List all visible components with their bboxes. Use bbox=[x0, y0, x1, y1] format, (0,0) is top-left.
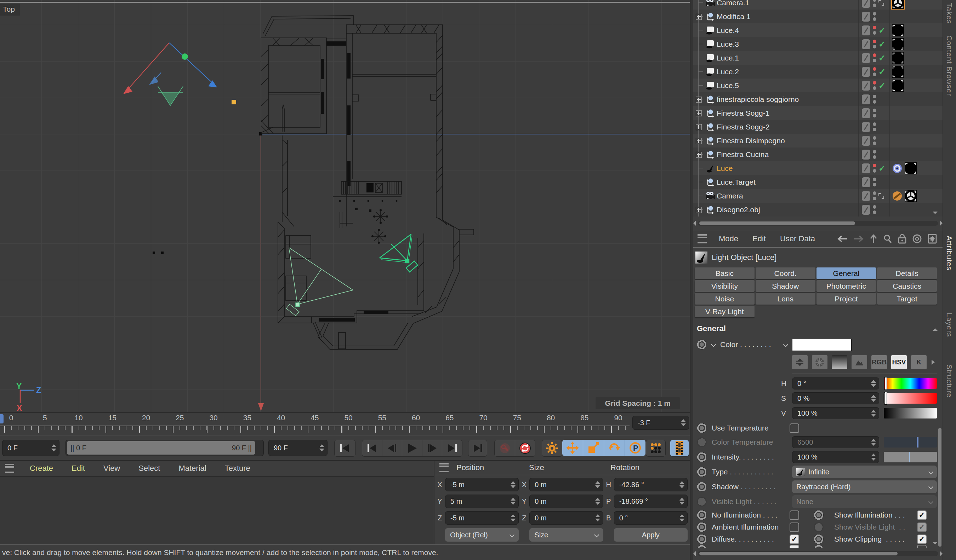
light-texture-thumbnail[interactable] bbox=[905, 162, 917, 174]
attribute-tab[interactable]: Target bbox=[877, 293, 937, 304]
object-row[interactable]: Luce.3 ✓ bbox=[693, 37, 943, 51]
color-expand-chevron-icon[interactable] bbox=[783, 342, 788, 347]
material-menu-item[interactable]: Material bbox=[178, 464, 206, 473]
keyframe-settings-gear-icon[interactable] bbox=[542, 440, 562, 457]
visibility-dots[interactable] bbox=[873, 12, 876, 21]
previous-frame-button[interactable] bbox=[382, 440, 403, 456]
rotation-value-field[interactable]: 0 ° bbox=[614, 511, 688, 525]
range-start-field[interactable]: 0 F bbox=[2, 440, 60, 456]
object-name[interactable]: Finestra Sogg-1 bbox=[717, 109, 858, 118]
viewport-top[interactable]: Y Z X Top Grid Spacing : 1 m bbox=[0, 0, 690, 412]
object-name[interactable]: Luce.Target bbox=[717, 178, 858, 187]
value-field[interactable]: 100 % bbox=[792, 407, 879, 419]
object-row[interactable]: Luce.4 ✓ bbox=[693, 24, 943, 37]
hue-field[interactable]: 0 ° bbox=[792, 378, 879, 389]
size-value-field[interactable]: 0 m bbox=[529, 494, 603, 508]
parent-tool-icon[interactable]: P bbox=[625, 440, 645, 456]
rotation-value-field[interactable]: -42.86 ° bbox=[614, 478, 688, 491]
light-type-dropdown[interactable]: Infinite bbox=[792, 466, 937, 478]
show-illumination-checkbox[interactable]: ✓ bbox=[917, 510, 927, 520]
next-key-button[interactable] bbox=[442, 440, 462, 456]
history-back-icon[interactable] bbox=[837, 235, 848, 243]
color-wheel-icon[interactable] bbox=[812, 355, 827, 369]
material-menu-icon[interactable] bbox=[5, 464, 14, 473]
attribute-tab[interactable]: Caustics bbox=[877, 280, 937, 292]
enabled-check-icon[interactable]: ✓ bbox=[879, 68, 885, 75]
object-name[interactable]: Luce bbox=[717, 164, 858, 173]
tab-structure[interactable]: Structure bbox=[945, 364, 953, 398]
no-draw-tag-icon[interactable] bbox=[892, 191, 903, 201]
hue-gradient-slider[interactable] bbox=[884, 378, 937, 389]
value-gradient-slider[interactable] bbox=[884, 408, 937, 419]
light-texture-thumbnail[interactable] bbox=[892, 24, 904, 36]
timeline-range-slider[interactable]: || 0 F 90 F || bbox=[66, 440, 264, 456]
expand-toggle-icon[interactable] bbox=[696, 97, 702, 103]
visibility-dots[interactable] bbox=[873, 136, 876, 145]
show-clipping-checkbox[interactable]: ✓ bbox=[917, 535, 927, 544]
kelvin-mode-button[interactable]: K bbox=[911, 355, 927, 369]
object-row[interactable]: Camera ✓ bbox=[693, 189, 943, 203]
frame-spinner[interactable] bbox=[678, 419, 686, 426]
object-row[interactable]: Camera.1 ✓ bbox=[693, 0, 943, 9]
color-temperature-slider[interactable] bbox=[884, 437, 937, 447]
apply-button[interactable]: Apply bbox=[614, 528, 688, 541]
camera-texture-thumbnail[interactable] bbox=[905, 190, 917, 202]
use-temperature-checkbox[interactable]: ✓ bbox=[789, 424, 799, 433]
composition-tag-icon[interactable] bbox=[879, 193, 884, 199]
layer-toggle-icon[interactable] bbox=[862, 163, 871, 174]
attr-scroll-down-icon[interactable] bbox=[932, 542, 937, 544]
object-name[interactable]: finestrapiccola soggiorno bbox=[717, 95, 858, 104]
expand-toggle-icon[interactable] bbox=[696, 152, 702, 158]
position-value-field[interactable]: -5 m bbox=[445, 478, 519, 491]
layer-toggle-icon[interactable] bbox=[862, 80, 871, 91]
attribute-tab[interactable]: Shadow bbox=[756, 280, 815, 292]
object-name[interactable]: Luce.1 bbox=[717, 54, 858, 62]
size-value-field[interactable]: 0 m bbox=[529, 478, 603, 491]
rotate-tool-icon[interactable] bbox=[604, 440, 625, 456]
layer-toggle-icon[interactable] bbox=[862, 94, 871, 105]
color-picker-image-icon[interactable] bbox=[852, 355, 867, 369]
object-row[interactable]: Finestra Cucina ✓ bbox=[693, 147, 943, 161]
enabled-check-icon[interactable]: ✓ bbox=[879, 165, 885, 172]
visibility-dots[interactable] bbox=[873, 95, 876, 104]
goto-start-button[interactable] bbox=[334, 440, 355, 457]
keyframe-dots-icon[interactable] bbox=[646, 440, 666, 457]
material-manager[interactable]: CreateEditViewSelectMaterialTexture bbox=[0, 460, 434, 545]
enabled-check-icon[interactable]: ✓ bbox=[879, 55, 885, 61]
layer-toggle-icon[interactable] bbox=[862, 135, 871, 146]
color-animate-radio[interactable] bbox=[697, 340, 707, 350]
intensity-slider[interactable] bbox=[884, 452, 937, 462]
attribute-tab[interactable]: Coord. bbox=[756, 267, 815, 279]
attribute-tab[interactable]: Project bbox=[816, 293, 876, 304]
object-name[interactable]: Luce.5 bbox=[717, 82, 858, 90]
show-visible-light-checkbox[interactable]: ✓ bbox=[917, 522, 927, 532]
visibility-dots[interactable] bbox=[873, 40, 876, 49]
visible-light-dropdown[interactable]: None bbox=[792, 495, 937, 508]
visibility-dots[interactable] bbox=[873, 122, 876, 131]
attr-vertical-scrollbar[interactable] bbox=[938, 428, 942, 547]
previous-key-button[interactable] bbox=[362, 440, 382, 456]
intensity-field[interactable]: 100 % bbox=[792, 451, 879, 463]
render-filmstrip-icon[interactable] bbox=[670, 440, 689, 457]
visibility-dots[interactable] bbox=[873, 53, 876, 62]
attribute-tab[interactable]: General bbox=[816, 267, 876, 279]
hsv-mode-button[interactable]: HSV bbox=[891, 355, 907, 369]
size-value-field[interactable]: 0 m bbox=[529, 511, 603, 525]
attribute-menu-icon[interactable] bbox=[698, 234, 707, 243]
layer-toggle-icon[interactable] bbox=[862, 25, 871, 36]
color-mixer-icon[interactable] bbox=[792, 355, 808, 369]
rotation-value-field[interactable]: -18.669 ° bbox=[614, 494, 688, 508]
visibility-dots[interactable] bbox=[873, 81, 876, 90]
size-mode-dropdown[interactable]: Size bbox=[529, 528, 603, 541]
visibility-dots[interactable] bbox=[873, 108, 876, 118]
move-tool-icon[interactable] bbox=[562, 440, 583, 456]
object-row[interactable]: Luce.2 ✓ bbox=[693, 65, 943, 78]
visibility-dots[interactable] bbox=[873, 205, 876, 214]
color-spectrum-icon[interactable] bbox=[832, 355, 847, 369]
attr-horizontal-scrollbar[interactable] bbox=[693, 549, 943, 558]
expand-toggle-icon[interactable] bbox=[696, 124, 702, 130]
record-button[interactable] bbox=[515, 440, 535, 456]
scroll-right-icon[interactable] bbox=[940, 221, 943, 226]
object-row[interactable]: Luce.5 ✓ bbox=[693, 78, 943, 93]
shadow-type-dropdown[interactable]: Raytraced (Hard) bbox=[792, 480, 937, 493]
